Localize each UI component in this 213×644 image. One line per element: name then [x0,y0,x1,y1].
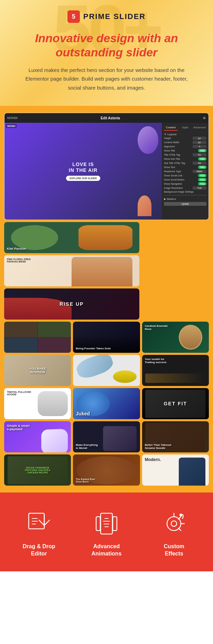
slide-emerald: Cardinal EmeraldRose [142,322,209,353]
elementor-editor-preview: MONDI Edit Astoria ⊞ MONDI LOVE ISIN THE… [4,113,209,220]
slide-food [4,322,71,353]
show-social-toggle[interactable]: YES [198,174,206,177]
slide-epayment: Simple & smarte-payment [4,421,71,452]
panel-layout-label: ▼ Layout [164,133,206,136]
panel-social-link-row: Show Social Link YES [164,174,206,177]
logo-bar: 5 PRIME SLIDER [7,10,206,23]
drag-drop-icon [25,510,53,537]
slide-riseup-label: RISE UP [11,300,133,308]
slide-kiwi-label: Kiwi Passion [6,246,28,252]
slide-pullover: TREFOIL PULLOVERHOODIE [4,388,71,419]
svg-point-13 [171,521,177,526]
effects-label: CustomEffects [164,543,185,558]
svg-rect-7 [113,517,117,531]
slide-jewelry [73,355,140,386]
panel-show-text-row: Show Text YES [164,166,206,169]
slide-mondi: Make Everythingin Mondi [73,421,140,452]
svg-line-15 [178,517,181,519]
features-section: Drag & DropEditor AdvancedAnimations [0,493,213,571]
slide-vegan-label: VEGAN TAIWANESEPOPCORN CHICKPEACHICKEN R… [8,465,68,475]
feature-effects: CustomEffects [142,510,206,558]
panel-navigation-row: Show Navigation YES [164,182,206,185]
slide-getfit: GET FIT [142,388,209,419]
tab-content[interactable]: Content [164,125,178,131]
tab-style[interactable]: Style [178,125,192,131]
elementor-body: MONDI LOVE ISIN THE AIR EXPLORE OUR SLID… [4,123,209,220]
canvas-nav: MONDI [6,124,17,128]
slide-trading: Your toolkit forTrading success [142,355,209,386]
show-subtitle-toggle[interactable]: YES [198,157,206,160]
slide-noodle-label: Better Than TakeoutSesame Noodle [143,442,173,451]
svg-point-18 [180,514,182,516]
screenshots-section: MONDI Edit Astoria ⊞ MONDI LOVE ISIN THE… [0,106,213,493]
animations-svg [94,512,119,536]
features-grid: Drag & DropEditor AdvancedAnimations [7,510,206,558]
slide-bikini-label: PINK FLORAL DREAPAPAYAS BIKINI [6,257,32,264]
panel-readmore-row: Readmore Type Static [164,170,206,173]
panel-title-html-row: Title HTML Tag H1 [164,153,206,156]
slide-founder-label: Being Founder Takes Guts [74,346,112,351]
slide-getfit-label: GET FIT [145,399,205,408]
feature-drag-drop: Drag & DropEditor [7,510,71,558]
panel-scroll-btn-row: Show Scroll Button YES [164,178,206,181]
animations-icon [93,510,120,537]
slide-interior-label: YOU MAKEINTERIOR [8,366,68,375]
slide-pullover-label: TREFOIL PULLOVERHOODIE [6,389,33,397]
animations-label: AdvancedAnimations [91,543,121,558]
panel-bg-image-row: Background Image Settings [164,191,206,193]
logo-icon: 5 [67,10,80,23]
slide-trading-label: Your toolkit forTrading success [143,356,168,365]
effects-svg [162,512,186,536]
right-column-slides: Kiwi Passion PINK FLORAL DREAPAPAYAS BIK… [4,222,139,320]
slide-emerald-label: Cardinal EmeraldRose [143,323,169,332]
panel-image-res-row: Image Resolution Full [164,186,206,190]
slide-ossobuco: The Easiest EverOsso Buco [73,454,140,486]
hero-description: Luxed makes the perfect hero section for… [24,66,189,92]
panel-subtitle-html-row: Sub Title HTML Tag H4 [164,162,206,165]
svg-line-17 [178,528,181,531]
drag-drop-svg [27,512,51,536]
slide-vegan: VEGAN TAIWANESEPOPCORN CHICKPEACHICKEN R… [4,454,71,486]
slide-modern: Modern. [142,454,209,486]
svg-rect-6 [96,517,100,531]
slide-interior: YOU MAKEINTERIOR [4,355,71,386]
effects-icon [160,510,188,537]
panel-alignment-row: Alignment ≡ [164,145,206,148]
show-nav-toggle[interactable]: YES [198,182,206,185]
panel-content-width-row: Content Width px [164,141,206,144]
elementor-canvas: MONDI LOVE ISIN THE AIR EXPLORE OUR SLID… [4,123,162,220]
slide-juked: Juked [73,388,140,419]
panel-sliders-label: ▶ Sliders [164,197,206,201]
hero-title: Innovative design with an outstanding sl… [7,31,206,59]
show-title-toggle[interactable]: YES [198,149,206,152]
update-button[interactable]: Update [164,202,206,206]
slide-riseup: RISE UP [4,288,139,320]
slide-mondi-label: Make Everythingin Mondi [74,442,99,451]
slide-epayment-label: Simple & smarte-payment [6,423,31,432]
elementor-grid-icon: ⊞ [203,116,206,120]
show-text-toggle[interactable]: YES [198,166,206,169]
feature-animations: AdvancedAnimations [74,510,138,558]
slide-juked-label: Juked [74,410,91,418]
slide-kiwi: Kiwi Passion [4,222,139,253]
hero-section: 5 PRIME SLIDER Innovative design with an… [0,0,213,106]
slide-ossobuco-label: The Easiest EverOsso Buco [74,477,96,484]
elementor-panel-title: Edit Astoria [20,116,200,120]
canvas-cta-button: EXPLORE OUR SLIDER [66,176,100,181]
elementor-panel: Content Style Advanced ▼ Layout Height p… [162,123,209,220]
panel-height-row: Height px [164,137,206,140]
elementor-nav-label: MONDI [7,116,18,120]
elementor-top-bar: MONDI Edit Astoria ⊞ [4,113,209,123]
panel-tabs: Content Style Advanced [164,125,206,131]
slide-founder: Being Founder Takes Guts [73,322,140,353]
drag-drop-label: Drag & DropEditor [23,543,55,558]
tab-advanced[interactable]: Advanced [193,125,206,131]
panel-show-title-row: Show Title YES [164,149,206,152]
panel-show-subtitle-row: Show Sub Title YES [164,157,206,160]
slide-noodle: Better Than TakeoutSesame Noodle [142,421,209,452]
slide-bikini: PINK FLORAL DREAPAPAYAS BIKINI [4,255,139,286]
canvas-title: LOVE ISIN THE AIR [69,162,98,173]
logo-name: PRIME SLIDER [83,12,146,21]
show-scroll-toggle[interactable]: YES [198,178,206,181]
slide-modern-label: Modern. [143,456,163,463]
